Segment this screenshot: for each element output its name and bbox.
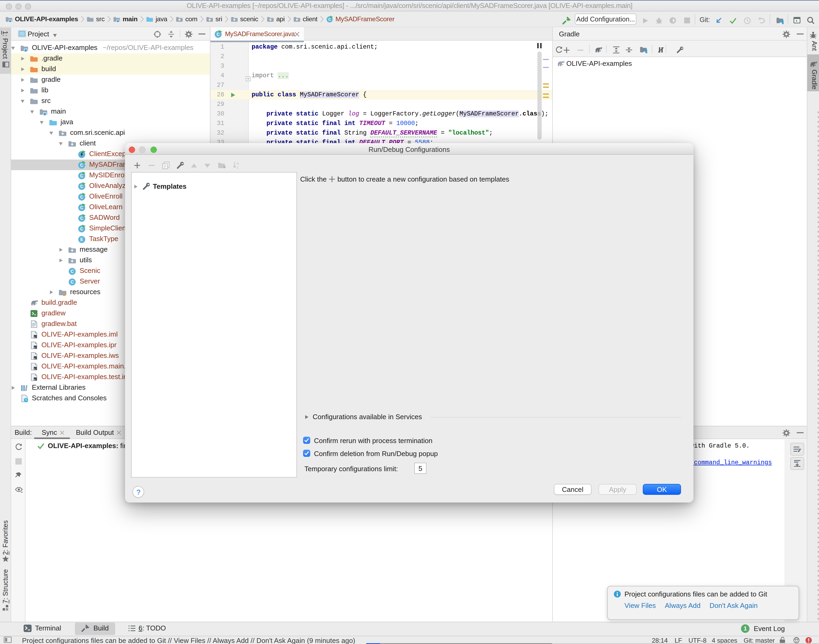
- svg-text:C: C: [70, 279, 74, 285]
- svg-text:C: C: [70, 269, 74, 274]
- svg-text:E: E: [80, 237, 83, 242]
- svg-text:a: a: [237, 161, 239, 166]
- svg-text:z: z: [237, 166, 239, 169]
